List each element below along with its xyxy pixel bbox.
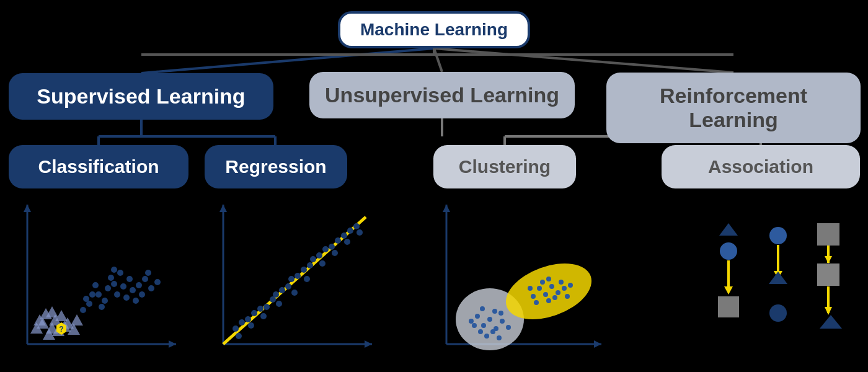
node-root: Machine Learning [338, 11, 530, 48]
supervised-label: Supervised Learning [37, 84, 245, 108]
svg-line-0 [141, 48, 434, 73]
node-clustering: Clustering [433, 145, 576, 188]
root-label: Machine Learning [360, 20, 508, 39]
unsupervised-label: Unsupervised Learning [325, 83, 559, 107]
clustering-label: Clustering [459, 156, 551, 177]
classification-label: Classification [38, 156, 159, 177]
svg-line-2 [434, 48, 733, 73]
node-supervised: Supervised Learning [9, 73, 273, 120]
node-reinforcement: Reinforcement Learning [606, 73, 861, 143]
node-classification: Classification [9, 145, 188, 188]
node-unsupervised: Unsupervised Learning [309, 72, 575, 118]
node-regression: Regression [205, 145, 347, 188]
regression-label: Regression [225, 156, 326, 177]
reinforcement-label: Reinforcement Learning [660, 84, 807, 131]
diagram: Machine Learning Supervised Learning Uns… [0, 0, 868, 372]
node-association: Association [662, 145, 860, 188]
association-label: Association [708, 156, 813, 177]
